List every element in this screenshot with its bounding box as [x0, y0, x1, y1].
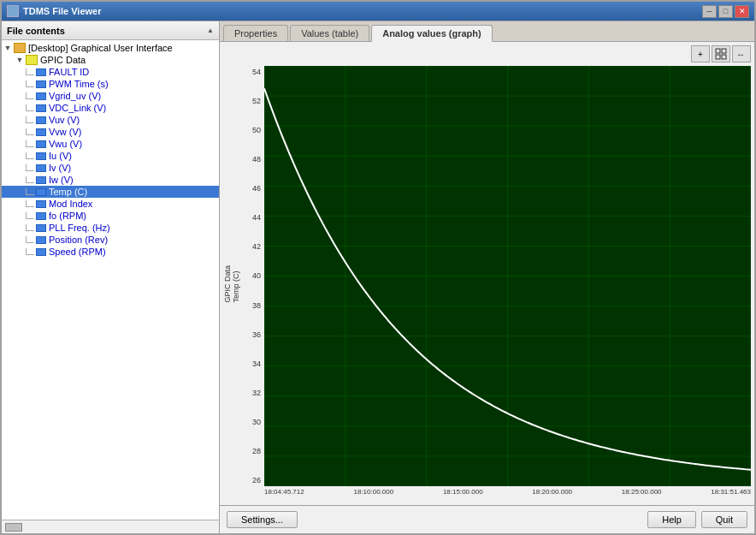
- tree-channel-3[interactable]: VDC_Link (V): [2, 102, 219, 114]
- titlebar-left: TDMS File Viewer: [7, 5, 102, 17]
- svg-text:↔: ↔: [736, 50, 745, 59]
- tree-channel-12[interactable]: fo (RPM): [2, 210, 219, 222]
- x-tick: 18:25:00.000: [622, 488, 662, 502]
- y-tick: 52: [252, 97, 261, 105]
- window-title: TDMS File Viewer: [23, 6, 102, 16]
- maximize-button[interactable]: □: [718, 5, 733, 18]
- titlebar-buttons: ─ □ ✕: [702, 5, 749, 18]
- y-tick: 34: [252, 360, 261, 368]
- tabs-bar: PropertiesValues (table)Analog values (g…: [220, 21, 754, 42]
- tree-group[interactable]: ▼GPIC Data: [2, 54, 219, 66]
- minimize-button[interactable]: ─: [702, 5, 717, 18]
- x-ticks: 18:04:45.71218:10:00.00018:15:00.00018:2…: [240, 486, 751, 502]
- bottom-bar: Settings... Help Quit: [220, 505, 754, 533]
- x-tick: 18:04:45.712: [264, 488, 304, 502]
- tab-2[interactable]: Analog values (graph): [371, 25, 493, 42]
- settings-button[interactable]: Settings...: [227, 511, 298, 528]
- y-tick: 48: [252, 155, 261, 163]
- left-panel: File contents ▲ ▼[Desktop] Graphical Use…: [2, 21, 220, 533]
- y-axis-text: GPIC DataTemp (C): [223, 265, 240, 303]
- panel-title: File contents: [7, 26, 65, 36]
- plot-area[interactable]: [264, 66, 751, 486]
- y-axis-label: GPIC DataTemp (C): [223, 66, 240, 502]
- tree-channel-15[interactable]: Speed (RPM): [2, 246, 219, 258]
- main-content: File contents ▲ ▼[Desktop] Graphical Use…: [2, 21, 754, 533]
- svg-rect-1: [722, 49, 726, 53]
- tree-channel-13[interactable]: PLL Freq. (Hz): [2, 222, 219, 234]
- tree-channel-0[interactable]: FAULT ID: [2, 66, 219, 78]
- y-tick: 42: [252, 242, 261, 251]
- y-tick: 38: [252, 301, 261, 310]
- y-tick: 54: [252, 68, 261, 76]
- y-tick: 40: [252, 271, 261, 280]
- tree-channel-1[interactable]: PWM Time (s): [2, 78, 219, 90]
- x-tick: 18:20:00.000: [532, 488, 572, 502]
- tree-channel-4[interactable]: Vuv (V): [2, 114, 219, 126]
- tree-channel-5[interactable]: Vvw (V): [2, 126, 219, 138]
- pan-button[interactable]: ↔: [732, 45, 751, 62]
- y-tick: 36: [252, 330, 261, 339]
- titlebar: TDMS File Viewer ─ □ ✕: [2, 2, 754, 21]
- graph-container: + ↔: [220, 42, 754, 505]
- tree-channel-7[interactable]: Iu (V): [2, 150, 219, 162]
- zoom-fit-button[interactable]: [712, 45, 730, 62]
- help-button[interactable]: Help: [647, 511, 696, 528]
- right-panel: PropertiesValues (table)Analog values (g…: [220, 21, 754, 533]
- tree-channel-11[interactable]: Mod Index: [2, 198, 219, 210]
- tree-channel-14[interactable]: Position (Rev): [2, 234, 219, 246]
- y-tick: 28: [252, 447, 261, 455]
- y-tick: 26: [252, 476, 261, 484]
- tree-channel-2[interactable]: Vgrid_uv (V): [2, 90, 219, 102]
- svg-rect-0: [716, 49, 720, 53]
- y-tick: 44: [252, 213, 261, 222]
- y-tick: 32: [252, 389, 261, 397]
- x-tick: 18:15:00.000: [443, 488, 483, 502]
- tree-channel-8[interactable]: Iv (V): [2, 162, 219, 174]
- panel-arrow: ▲: [207, 27, 214, 34]
- tree-root[interactable]: ▼[Desktop] Graphical User Interface: [2, 42, 219, 54]
- tree-channel-10[interactable]: Temp (C): [2, 186, 219, 198]
- y-tick: 46: [252, 184, 261, 193]
- graph-with-axes: 545250484644424038363432302826 18:04:45.…: [240, 66, 751, 502]
- svg-rect-2: [716, 55, 720, 59]
- tree-channel-6[interactable]: Vwu (V): [2, 138, 219, 150]
- tab-1[interactable]: Values (table): [290, 25, 369, 41]
- x-tick: 18:31:51.463: [711, 488, 751, 502]
- y-tick: 30: [252, 418, 261, 426]
- app-icon: [7, 5, 19, 17]
- tree-area[interactable]: ▼[Desktop] Graphical User Interface▼GPIC…: [2, 40, 219, 520]
- main-window: TDMS File Viewer ─ □ ✕ File contents ▲ ▼…: [0, 0, 756, 535]
- close-button[interactable]: ✕: [735, 5, 749, 18]
- horizontal-scrollbar[interactable]: [2, 520, 219, 533]
- tree-channel-9[interactable]: Iw (V): [2, 174, 219, 186]
- x-tick: 18:10:00.000: [353, 488, 393, 502]
- tab-0[interactable]: Properties: [223, 25, 288, 41]
- graph-toolbar: + ↔: [223, 45, 751, 62]
- graph-inner: 545250484644424038363432302826: [240, 66, 751, 486]
- y-ticks: 545250484644424038363432302826: [240, 66, 264, 486]
- panel-header: File contents ▲: [2, 21, 219, 40]
- zoom-in-button[interactable]: +: [691, 45, 710, 62]
- quit-button[interactable]: Quit: [701, 511, 747, 528]
- y-tick: 50: [252, 126, 261, 134]
- graph-area: GPIC DataTemp (C) 5452504846444240383634…: [223, 66, 751, 502]
- svg-rect-3: [722, 55, 726, 59]
- curve-svg: [264, 66, 751, 486]
